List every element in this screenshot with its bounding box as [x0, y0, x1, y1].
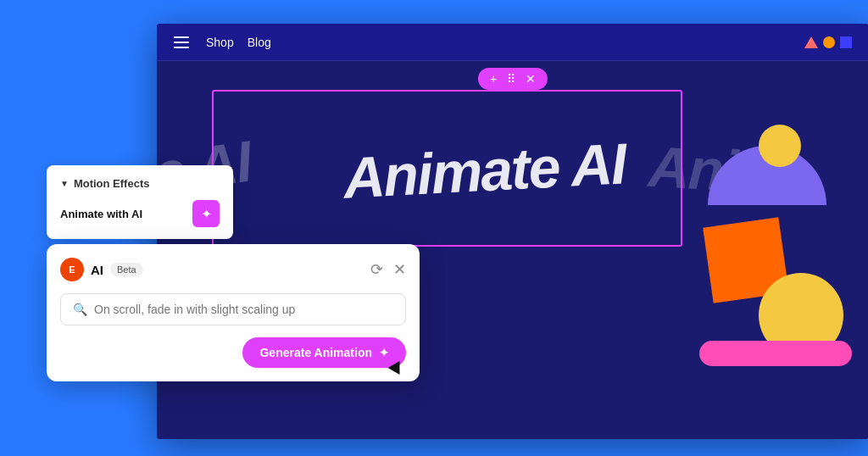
- ai-dialog-header: E AI Beta ⟳ ✕: [60, 258, 406, 281]
- generate-button-icon: ✦: [379, 346, 389, 359]
- browser-navbar: Shop Blog: [157, 24, 868, 61]
- generate-animation-button[interactable]: Generate Animation ✦: [242, 337, 406, 368]
- elementor-logo: E: [60, 258, 84, 281]
- deco-pink-bar: [699, 341, 852, 366]
- nav-link-shop[interactable]: Shop: [206, 36, 234, 49]
- generate-button-label: Generate Animation: [259, 346, 372, 359]
- circle-shape: [823, 36, 835, 48]
- sparkle-icon: ✦: [201, 206, 212, 222]
- text-selection-border: [212, 90, 682, 247]
- toolbar-close[interactable]: ✕: [526, 72, 536, 86]
- toolbar-plus[interactable]: +: [490, 72, 497, 86]
- close-icon[interactable]: ✕: [393, 260, 406, 279]
- motion-effects-panel: ▼ Motion Effects Animate with AI ✦: [47, 165, 233, 239]
- nav-shapes: [804, 36, 852, 48]
- ai-label: AI: [91, 263, 103, 277]
- animate-with-ai-label: Animate with AI: [60, 208, 142, 220]
- search-input[interactable]: [94, 303, 393, 316]
- dialog-actions: ⟳ ✕: [370, 260, 406, 279]
- history-icon[interactable]: ⟳: [370, 260, 383, 279]
- search-input-wrapper[interactable]: 🔍: [60, 293, 406, 325]
- sparkle-button[interactable]: ✦: [192, 200, 220, 227]
- chevron-down-icon[interactable]: ▼: [60, 179, 69, 188]
- ai-dialog: E AI Beta ⟳ ✕ 🔍 Generate Animation ✦: [47, 244, 420, 381]
- edit-toolbar: + ⠿ ✕: [478, 68, 548, 90]
- motion-effects-header: ▼ Motion Effects: [60, 177, 220, 190]
- triangle-shape: [804, 36, 818, 48]
- search-icon: 🔍: [73, 303, 87, 316]
- square-shape: [840, 36, 852, 48]
- motion-effects-title: Motion Effects: [74, 177, 150, 190]
- nav-link-blog[interactable]: Blog: [248, 36, 271, 49]
- motion-effects-row: Animate with AI ✦: [60, 200, 220, 227]
- nav-links: Shop Blog: [206, 36, 271, 49]
- beta-badge: Beta: [110, 263, 143, 276]
- toolbar-grid[interactable]: ⠿: [507, 72, 515, 86]
- hamburger-menu[interactable]: [174, 36, 189, 48]
- decorative-shapes: [665, 112, 852, 366]
- deco-small-circle: [759, 125, 801, 167]
- generate-btn-container: Generate Animation ✦: [60, 337, 406, 368]
